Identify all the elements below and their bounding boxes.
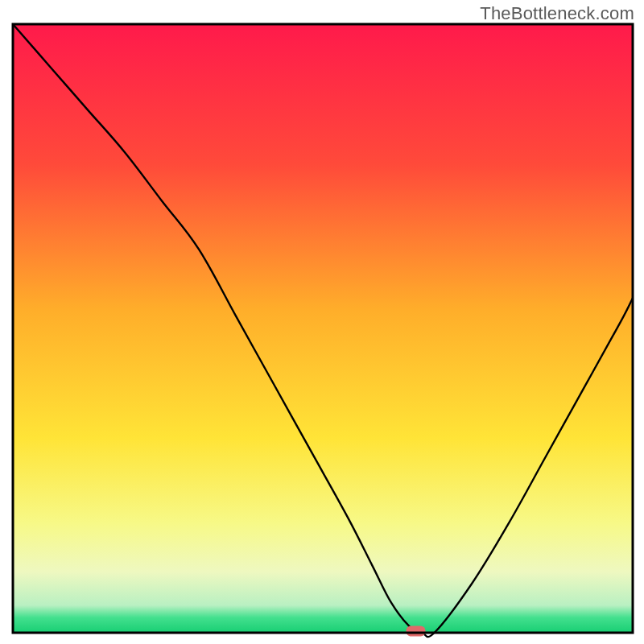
plot-background (13, 24, 633, 633)
watermark-text: TheBottleneck.com (480, 3, 634, 24)
chart-container: TheBottleneck.com (0, 0, 644, 644)
selected-point-marker (407, 626, 426, 637)
bottleneck-chart (0, 0, 644, 644)
